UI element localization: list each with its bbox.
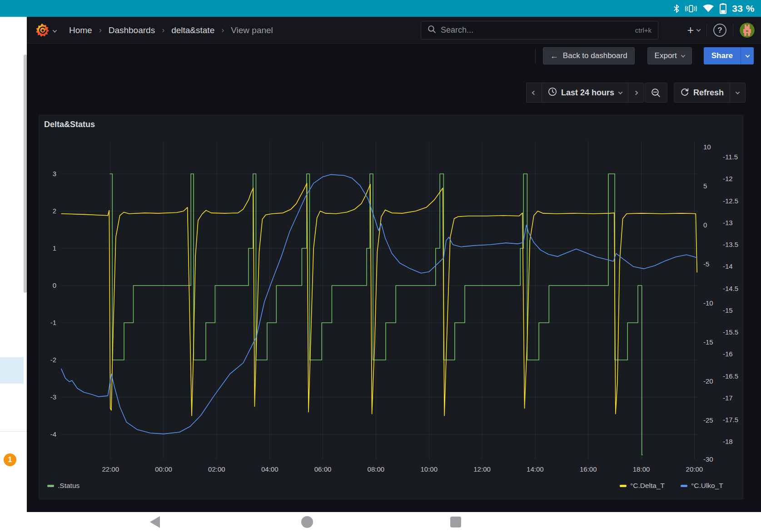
search-icon [428,25,436,35]
legend-label-status: .Status [58,482,80,490]
axis-tick-label: 12:00 [465,465,499,473]
axis-tick-label: 10:00 [412,465,446,473]
breadcrumb-view-panel: View panel [231,25,273,35]
axis-tick-label: 2 [33,207,56,215]
legend-item-status[interactable]: .Status [47,482,80,490]
back-button-label: Back to dashboard [563,51,627,60]
add-button[interactable]: + [687,24,700,37]
search-shortcut-hint: ctrl+k [635,26,652,34]
axis-tick-label: 04:00 [253,465,287,473]
chevron-down-icon [618,90,623,94]
axis-tick-label: 0 [33,281,56,289]
search-box[interactable]: ctrl+k [421,21,658,39]
axis-tick-label: 5 [703,182,731,190]
zoom-out-button[interactable] [645,83,667,103]
axis-tick-label: -14.5 [723,285,750,292]
axis-tick-label: 20:00 [677,465,711,473]
time-range-group: Last 24 hours [526,83,644,103]
legend-pill-status [47,485,54,487]
legend-item-delta[interactable]: °C.Delta_T [620,482,665,490]
sidebar-scrollbar-thumb[interactable] [24,54,27,293]
nav-recents-icon[interactable] [450,517,461,527]
question-icon: ? [717,26,722,35]
axis-tick-label: -14 [723,262,750,270]
android-nav-bar [0,512,761,532]
axis-tick-label: 06:00 [306,465,340,473]
time-shift-forward-button[interactable] [628,83,643,102]
refresh-button-group: Refresh [674,83,746,103]
notification-badge[interactable]: 1 [4,453,16,466]
panel-title[interactable]: Delta&Status [44,120,95,129]
export-button[interactable]: Export [647,47,692,64]
arrow-left-icon: ← [550,51,558,61]
breadcrumb-separator: › [162,25,164,35]
plot-area[interactable] [61,141,698,459]
time-range-picker[interactable]: Last 24 hours [542,83,628,102]
series-cdelta_t[interactable] [61,183,697,416]
axis-tick-label: -18 [723,438,750,445]
axis-tick-label: -13 [723,219,750,227]
axis-tick-label: 10 [703,143,731,151]
axis-tick-label: -15 [723,306,750,314]
breadcrumb: Home › Dashboards › delta&state › View p… [69,17,273,44]
axis-tick-label: -15 [703,338,731,346]
sidebar-selected-item[interactable] [0,357,24,384]
battery-percent: 33 % [732,3,755,14]
axis-tick-label: -2 [33,356,56,364]
axis-tick-label: -13.5 [723,241,750,248]
chevron-down-icon[interactable] [53,28,57,33]
header-divider [733,24,733,37]
axis-tick-label: -3 [33,393,56,401]
axis-tick-label: 22:00 [94,465,127,473]
share-dropdown-button[interactable] [741,47,754,64]
axis-tick-label: 00:00 [147,465,180,473]
chevron-down-icon [745,53,750,58]
clock-icon [548,87,557,98]
battery-icon [720,3,726,14]
chevron-down-icon [696,27,701,32]
nav-home-icon[interactable] [301,516,313,528]
axis-tick-label: -30 [703,455,731,463]
search-input[interactable] [441,25,631,35]
axis-tick-label: -10 [703,299,731,307]
help-button[interactable]: ? [713,24,726,37]
grafana-logo-icon[interactable] [35,23,50,39]
axis-tick-label: 1 [33,244,56,252]
breadcrumb-dashboards[interactable]: Dashboards [109,25,155,35]
refresh-interval-dropdown[interactable] [730,83,745,102]
axis-tick-label: -16.5 [723,372,750,380]
axis-tick-label: 02:00 [200,465,234,473]
header-actions: + ? [687,17,755,44]
breadcrumb-home[interactable]: Home [69,25,92,35]
left-sidebar: 1 [0,17,27,512]
toolbar-divider [535,48,536,64]
export-button-label: Export [655,51,677,60]
grafana-logo-group[interactable] [35,23,56,39]
axis-tick-label: -16 [723,350,750,358]
back-to-dashboard-button[interactable]: ← Back to dashboard [543,47,635,64]
axis-tick-label: -12 [723,175,750,182]
axis-tick-label: 14:00 [518,465,552,473]
avatar[interactable] [740,23,755,38]
wifi-icon [702,4,714,14]
breadcrumb-separator: › [221,25,224,35]
header-divider [706,24,707,37]
panel-toolbar: ← Back to dashboard Export Share [27,44,761,68]
legend-label-ulko: °C.Ulko_T [691,482,723,490]
app-header: Home › Dashboards › delta&state › View p… [27,17,761,44]
share-button-group: Share [704,47,754,64]
axis-tick-label: -12.5 [723,197,750,205]
axis-tick-label: -15.5 [723,328,750,336]
legend-item-ulko[interactable]: °C.Ulko_T [681,482,723,490]
axis-tick-label: -17.5 [723,416,750,424]
zoom-out-icon [645,83,666,102]
breadcrumb-dashboard-name[interactable]: delta&state [171,25,214,35]
bluetooth-icon [673,4,680,14]
axis-tick-label: 18:00 [625,465,658,473]
refresh-button[interactable]: Refresh [674,83,730,102]
chart-panel: Delta&Status 3210-1-2-3-41050-5-10-15-20… [39,115,743,499]
nav-back-icon[interactable] [150,516,160,528]
chevron-down-icon [736,90,740,94]
share-button[interactable]: Share [704,47,741,64]
time-shift-back-button[interactable] [527,83,542,102]
